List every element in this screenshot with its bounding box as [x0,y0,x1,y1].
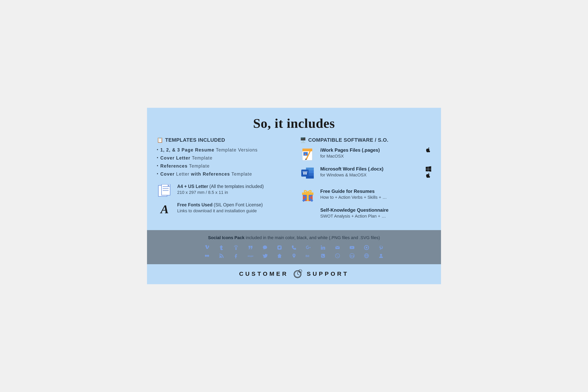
svg-rect-29 [321,247,322,250]
comment-icon [262,244,268,250]
feature-title-rest: (SIL Open Font License) [212,202,263,207]
feature-fonts: A Free Fonts Used (SIL Open Font License… [157,202,288,216]
feature-text: Free Fonts Used (SIL Open Font License) … [177,202,263,214]
vimeo-icon [204,244,210,250]
social-icon-grid: skypeBē [157,244,431,259]
svg-point-38 [219,256,221,258]
extra-title: Self-Knowledge Questionnaire [320,207,431,213]
extra-title: Free Guide for Resumes [320,188,431,194]
svg-line-52 [298,274,299,275]
page-title: So, it includes [157,116,431,131]
facebook-icon [233,253,239,259]
feature-title-bold: Free Fonts Used [177,202,212,207]
feature-title-rest: (All the templates included) [208,184,264,189]
software-sub: for MacOSX [320,154,421,159]
software-pages: iWork Pages Files (.pages) for MacOSX [300,148,431,161]
extra-guide: Free Guide for Resumes How to + Action V… [300,188,431,202]
list-item: Cover Letter with References Template [157,172,288,177]
clock-48-icon: 48 Up to [293,269,302,278]
monitor-icon: 🖥️ [300,137,306,143]
svg-point-27 [278,246,281,249]
svg-text:W: W [303,170,307,176]
marker-icon [291,253,297,259]
bullet-bold: with References [189,172,230,176]
software-heading: 🖥️ COMPATIBLE SOFTWARE / S.O. [300,137,431,143]
mail-icon [334,244,340,250]
wordpress-icon [349,253,355,259]
list-item: 1, 2, & 3 Page Resume Template Versions [157,148,288,153]
templates-heading-text: TEMPLATES INCLUDED [165,137,225,143]
two-column-layout: 📋 TEMPLATES INCLUDED 1, 2, & 3 Page Resu… [157,137,431,226]
footer-right: SUPPORT [307,270,349,277]
globe-icon [364,253,370,259]
software-word: W Microsoft Word Files (.docx) for Windo… [300,166,431,180]
bullet-bold: References [160,164,188,168]
gplus-icon [306,244,312,250]
os-icons [426,166,431,179]
whatsapp-icon [334,253,340,259]
spacer-icon [300,207,316,221]
tumblr-icon [218,244,224,250]
documents-icon [157,184,172,198]
apple-icon [426,148,431,154]
promo-card: So, it includes 📋 TEMPLATES INCLUDED 1, … [147,108,441,284]
bullet-rest: Template [230,172,252,176]
software-title: Microsoft Word Files (.docx) [320,166,421,172]
software-text: iWork Pages Files (.pages) for MacOSX [320,148,421,159]
svg-point-28 [280,246,281,246]
feature-sub: 210 x 297 mm / 8.5 x 11 in [177,190,264,195]
software-title: iWork Pages Files (.pages) [320,148,421,153]
pages-app-icon [300,148,316,161]
social-row: skypeBē [204,253,384,259]
software-column: 🖥️ COMPATIBLE SOFTWARE / S.O. iWork Pag [300,137,431,226]
social-title-bold: Social Icons Pack [208,235,244,240]
linkedin-icon [320,244,326,250]
extra-text: Self-Knowledge Questionnaire SWOT Analys… [320,207,431,219]
list-item: References Template [157,164,288,169]
picasa-icon [364,244,370,250]
gift-icon [300,188,316,202]
podcast-icon [233,244,239,250]
social-title-rest: included in the main color, black, and w… [244,235,380,240]
vine-icon [320,253,326,259]
rss-icon [218,253,224,259]
bullet-rest: Template Versions [214,148,258,152]
extra-sub: SWOT Analysis + Action Plan + … [320,214,431,219]
svg-rect-24 [307,192,309,201]
software-heading-text: COMPATIBLE SOFTWARE / S.O. [308,137,388,143]
behance-icon: Bē [306,253,312,259]
flickr-icon [204,253,210,259]
twitter-icon [262,253,268,259]
bullet-rest: Template [188,164,210,168]
svg-point-25 [236,246,237,248]
windows-icon [426,166,431,172]
serif-a-icon: A [157,202,172,216]
software-sub: for Windows & MacOSX [320,172,421,178]
feature-paper-sizes: A4 + US Letter (All the templates includ… [157,184,288,198]
home-icon [276,253,282,259]
templates-list: 1, 2, & 3 Page Resume Template Versions … [157,148,288,177]
feature-title-bold: A4 + US Letter [177,184,208,189]
svg-point-35 [366,247,368,248]
svg-point-36 [205,255,207,257]
templates-column: 📋 TEMPLATES INCLUDED 1, 2, & 3 Page Resu… [157,137,288,226]
apple-icon [426,173,431,179]
svg-text:skype: skype [248,255,254,257]
extra-sub: How to + Action Verbs + Skills + … [320,195,431,200]
feature-text: A4 + US Letter (All the templates includ… [177,184,264,195]
svg-point-48 [380,254,382,256]
word-app-icon: W [300,166,316,180]
social-row [204,244,384,250]
bullet-rest: Template [190,156,212,160]
customer-support-footer: CUSTOMER 48 Up to SUPPORT [157,264,431,284]
extra-text: Free Guide for Resumes How to + Action V… [320,188,431,200]
user-icon [378,253,384,259]
list-item: Cover Letter Template [157,156,288,161]
os-icons [426,148,431,154]
bullet-bold: 1, 2, & 3 Page Resume [160,148,214,152]
templates-heading: 📋 TEMPLATES INCLUDED [157,137,288,143]
svg-text:Bē: Bē [306,254,309,258]
bullet-bold: Cover [160,172,176,176]
social-icons-band: Social Icons Pack included in the main c… [147,230,441,264]
svg-point-30 [321,246,322,246]
